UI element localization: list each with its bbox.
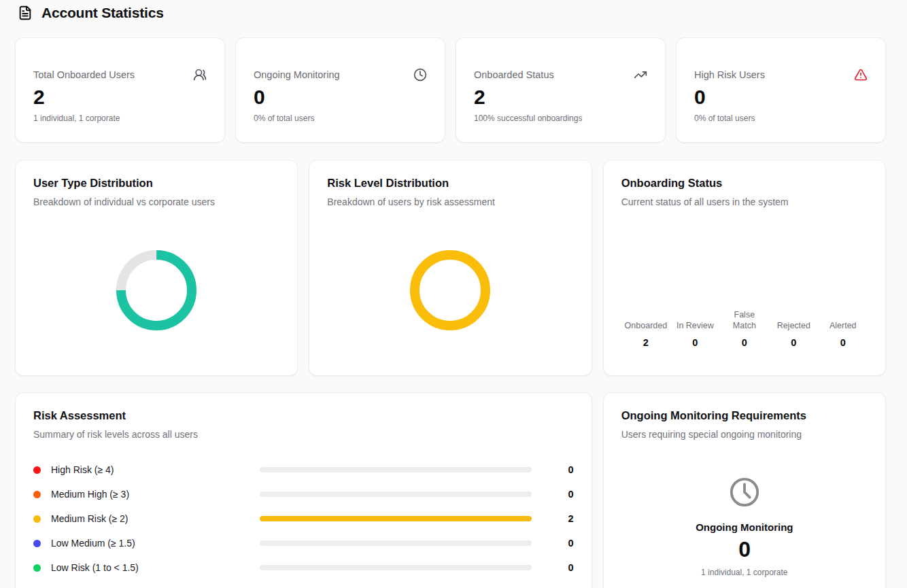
risk-level-donut-chart xyxy=(409,249,491,331)
card-subtitle: Users requiring special ongoing monitori… xyxy=(621,429,868,440)
risk-value: 0 xyxy=(532,562,574,573)
stat-card-ongoing-monitoring: Ongoing Monitoring 0 0% of total users xyxy=(235,37,445,143)
status-col-alerted: Alerted 0 xyxy=(819,309,868,348)
stat-subtitle: 1 individual, 1 corporate xyxy=(33,114,207,123)
risk-level-distribution-card: Risk Level Distribution Breakdown of use… xyxy=(309,160,592,376)
risk-bar-track xyxy=(260,565,532,570)
status-value: 0 xyxy=(769,337,818,348)
clock-icon xyxy=(413,68,427,82)
ongoing-monitoring-summary: Ongoing Monitoring 0 1 individual, 1 cor… xyxy=(621,477,868,577)
stat-value: 0 xyxy=(694,87,868,107)
risk-dot xyxy=(33,515,41,523)
status-col-false-match: False Match 0 xyxy=(720,309,769,348)
status-label: Alerted xyxy=(819,309,868,331)
risk-label: Low Medium (≥ 1.5) xyxy=(51,538,260,549)
document-icon xyxy=(18,5,33,20)
card-subtitle: Breakdown of users by risk assessment xyxy=(327,196,573,207)
risk-dot xyxy=(33,540,41,547)
status-value: 0 xyxy=(720,337,769,348)
alert-triangle-icon xyxy=(854,68,868,82)
status-label: Rejected xyxy=(769,309,818,331)
status-col-in-review: In Review 0 xyxy=(670,309,719,348)
risk-value: 0 xyxy=(532,489,574,500)
stat-value: 2 xyxy=(33,87,207,107)
monitoring-breakdown: 1 individual, 1 corporate xyxy=(701,568,787,577)
status-value: 0 xyxy=(819,337,868,348)
status-col-rejected: Rejected 0 xyxy=(769,309,818,348)
trending-up-icon xyxy=(634,68,647,82)
status-label: In Review xyxy=(670,309,719,331)
card-title: Onboarding Status xyxy=(621,177,868,190)
risk-label: Low Risk (1 to < 1.5) xyxy=(51,562,260,573)
risk-label: High Risk (≥ 4) xyxy=(51,464,260,475)
risk-value: 0 xyxy=(532,464,574,475)
stat-value: 2 xyxy=(474,87,647,107)
risk-row-low-medium: Low Medium (≥ 1.5) 0 xyxy=(33,531,574,555)
charts-row: User Type Distribution Breakdown of indi… xyxy=(15,160,886,376)
risk-assessment-card: Risk Assessment Summary of risk levels a… xyxy=(15,392,592,588)
risk-value: 0 xyxy=(532,538,574,549)
ongoing-monitoring-card: Ongoing Monitoring Requirements Users re… xyxy=(603,392,886,588)
card-title: Ongoing Monitoring Requirements xyxy=(621,409,868,422)
risk-row-medium-high: Medium High (≥ 3) 0 xyxy=(33,482,574,506)
bottom-row: Risk Assessment Summary of risk levels a… xyxy=(15,392,886,588)
status-value: 0 xyxy=(670,337,719,348)
risk-dot xyxy=(33,491,41,498)
user-type-distribution-card: User Type Distribution Breakdown of indi… xyxy=(15,160,298,376)
status-value: 2 xyxy=(621,337,670,348)
stat-subtitle: 0% of total users xyxy=(254,114,427,123)
stat-card-high-risk-users: High Risk Users 0 0% of total users xyxy=(676,37,886,143)
card-subtitle: Breakdown of individual vs corporate use… xyxy=(33,196,279,207)
risk-row-medium: Medium Risk (≥ 2) 2 xyxy=(33,506,574,531)
risk-dot xyxy=(33,466,41,474)
stat-value: 0 xyxy=(254,87,427,107)
risk-label: Medium High (≥ 3) xyxy=(51,489,260,500)
stat-cards-row: Total Onboarded Users 2 1 individual, 1 … xyxy=(15,37,886,143)
stat-subtitle: 0% of total users xyxy=(694,114,868,123)
page-title: Account Statistics xyxy=(41,5,164,21)
users-icon xyxy=(193,68,207,82)
stat-subtitle: 100% successful onboardings xyxy=(474,114,647,123)
user-type-donut-chart xyxy=(116,249,197,331)
risk-row-high: High Risk (≥ 4) 0 xyxy=(33,457,574,482)
risk-value: 2 xyxy=(532,513,574,524)
risk-bar-track xyxy=(260,516,532,521)
card-title: Risk Assessment xyxy=(33,409,574,422)
card-subtitle: Current status of all users in the syste… xyxy=(621,196,868,207)
status-col-onboarded: Onboarded 2 xyxy=(621,309,670,348)
stat-label: Onboarded Status xyxy=(474,69,554,80)
risk-bar-track xyxy=(260,467,532,472)
status-label: Onboarded xyxy=(621,309,670,331)
monitoring-label: Ongoing Monitoring xyxy=(696,521,793,533)
stat-card-onboarded-status: Onboarded Status 2 100% successful onboa… xyxy=(456,37,666,143)
stat-label: Total Onboarded Users xyxy=(33,69,135,80)
card-subtitle: Summary of risk levels across all users xyxy=(33,429,574,440)
stat-label: High Risk Users xyxy=(694,69,765,80)
card-title: User Type Distribution xyxy=(33,177,279,190)
risk-bar-track xyxy=(260,540,532,546)
page-header: Account Statistics xyxy=(15,5,886,21)
risk-assessment-bars: High Risk (≥ 4) 0 Medium High (≥ 3) 0 Me… xyxy=(33,457,574,580)
clock-icon xyxy=(729,477,760,508)
stat-card-total-onboarded: Total Onboarded Users 2 1 individual, 1 … xyxy=(15,37,225,143)
risk-dot xyxy=(33,564,41,572)
risk-label: Medium Risk (≥ 2) xyxy=(51,513,260,524)
status-label: False Match xyxy=(720,309,769,331)
stat-label: Ongoing Monitoring xyxy=(254,69,340,80)
risk-bar-track xyxy=(260,491,532,497)
card-title: Risk Level Distribution xyxy=(327,177,573,190)
risk-bar-fill xyxy=(260,516,532,521)
onboarding-status-card: Onboarding Status Current status of all … xyxy=(603,160,886,376)
account-statistics-page: Account Statistics Total Onboarded Users… xyxy=(0,0,907,588)
monitoring-value: 0 xyxy=(738,537,750,562)
risk-row-low: Low Risk (1 to < 1.5) 0 xyxy=(33,555,574,580)
onboarding-status-summary: Onboarded 2 In Review 0 False Match 0 Re… xyxy=(621,309,868,359)
